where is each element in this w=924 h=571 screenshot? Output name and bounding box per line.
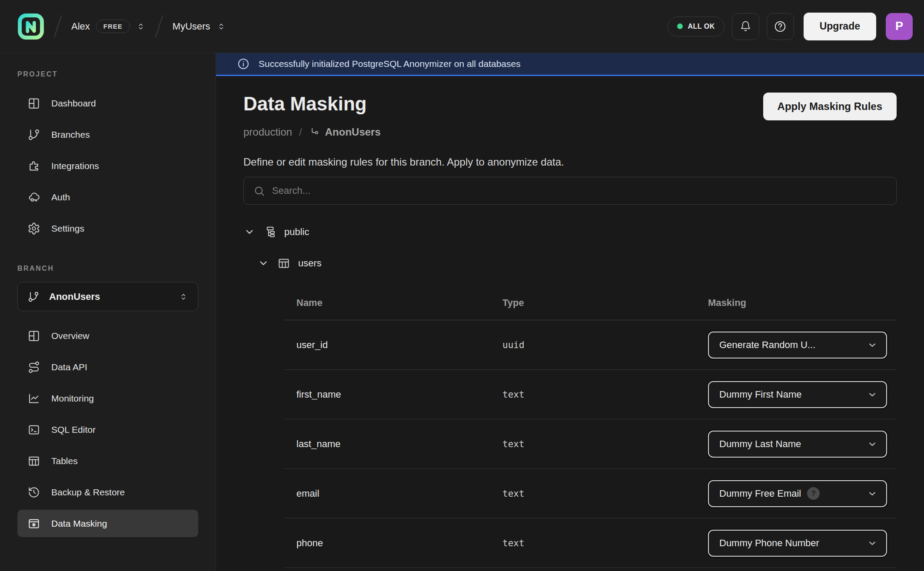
schema-tree: public users Name Type [243,222,897,568]
breadcrumb-parent[interactable]: production [243,126,292,139]
masking-rule-value: Generate Random U... [719,339,815,351]
sidebar-item-integrations[interactable]: Integrations [17,152,198,179]
sidebar-item-data-masking[interactable]: Data Masking [17,510,198,537]
sidebar-item-overview[interactable]: Overview [17,322,198,349]
chevron-down-icon [867,340,877,350]
org-name: Alex [71,21,90,32]
breadcrumb-current[interactable]: AnonUsers [309,126,381,139]
status-dot [677,23,683,29]
terminal-icon [27,423,40,436]
child-branch-icon [309,126,321,138]
upgrade-button[interactable]: Upgrade [804,13,876,40]
masking-rule-select[interactable]: Dummy Phone Number [708,530,887,557]
table-row: last_nametextDummy Last Name [284,419,897,469]
dashboard-icon [27,97,40,110]
table-icon [277,257,290,270]
project-switcher[interactable]: MyUsers [173,21,226,32]
column-name-value: user_id [284,339,502,351]
org-switcher[interactable]: Alex FREE [71,20,146,33]
chevron-up-down-icon[interactable] [136,22,146,31]
chevron-down-icon [867,538,877,548]
table-row: first_nametextDummy First Name [284,370,897,419]
main-panel: Successfully initialized PostgreSQL Anon… [216,53,924,571]
sidebar-item-label: Tables [51,456,78,466]
branch-selector-value: AnonUsers [49,291,100,302]
puzzle-icon [27,159,40,173]
column-type-value: text [502,439,708,449]
sidebar-item-dashboard[interactable]: Dashboard [17,90,198,117]
data-masking-icon [27,517,40,530]
gear-icon [27,222,40,235]
success-banner: Successfully initialized PostgreSQL Anon… [216,53,924,76]
sidebar: PROJECT Dashboard Branches [0,53,216,571]
notifications-button[interactable] [732,13,759,40]
column-name-value: email [284,488,502,499]
breadcrumb-separator: / [299,126,302,139]
section-label-project: PROJECT [17,70,198,78]
route-icon [27,361,40,374]
system-status-pill[interactable]: ALL OK [668,17,724,37]
help-button[interactable] [767,13,794,40]
column-name-value: first_name [284,389,502,400]
table-icon [27,455,40,468]
tree-node-schema[interactable]: public [243,222,897,242]
column-type-value: text [502,389,708,400]
masking-rule-value: Dummy Free Email [719,488,801,499]
sidebar-item-label: Data Masking [51,518,107,529]
neon-logo-icon[interactable] [17,13,44,40]
project-nav: Dashboard Branches Integrations [17,90,198,242]
search-input[interactable] [272,185,887,196]
masking-table-header: Name Type Masking [284,286,897,320]
sidebar-item-label: Auth [51,192,70,203]
masking-rule-value: Dummy Phone Number [719,538,819,549]
history-icon [27,486,40,499]
project-name: MyUsers [173,21,210,32]
sidebar-item-label: Data API [51,362,87,372]
page-description: Define or edit masking rules for this br… [243,156,897,168]
tree-node-table[interactable]: users [257,253,897,273]
sidebar-item-label: Settings [51,223,84,234]
git-branch-icon [27,291,40,303]
masking-rule-value: Dummy First Name [719,389,801,400]
masking-rule-select[interactable]: Dummy Last Name [708,431,887,458]
sidebar-item-label: Branches [51,129,90,140]
sidebar-item-sql-editor[interactable]: SQL Editor [17,416,198,443]
schema-name: public [284,226,309,238]
breadcrumb-current-label: AnonUsers [325,126,381,139]
column-header-name: Name [284,297,502,309]
chevron-down-icon[interactable] [243,226,256,238]
sidebar-item-backup-restore[interactable]: Backup & Restore [17,478,198,506]
chevron-down-icon[interactable] [257,257,269,269]
status-label: ALL OK [688,23,715,30]
cloud-key-icon [27,191,40,204]
user-avatar[interactable]: P [886,13,913,40]
column-header-masking: Masking [708,297,897,309]
sidebar-item-tables[interactable]: Tables [17,447,198,475]
branch-selector[interactable]: AnonUsers [17,282,198,311]
banner-text: Successfully initialized PostgreSQL Anon… [259,59,521,69]
sidebar-item-auth[interactable]: Auth [17,183,198,211]
search-box [243,177,897,205]
sidebar-item-monitoring[interactable]: Monitoring [17,385,198,412]
separator-slash [155,15,163,38]
masking-rule-select[interactable]: Generate Random U... [708,332,887,359]
sidebar-item-branches[interactable]: Branches [17,121,198,148]
chevron-up-down-icon[interactable] [216,22,226,31]
masking-rule-select[interactable]: Dummy First Name [708,381,887,408]
masking-rule-select[interactable]: Dummy Free Email? [708,480,887,507]
overview-icon [27,329,40,342]
table-row: emailtextDummy Free Email? [284,469,897,518]
sidebar-item-settings[interactable]: Settings [17,215,198,242]
sidebar-item-label: Dashboard [51,98,96,109]
section-label-branch: BRANCH [17,265,198,272]
sidebar-item-data-api[interactable]: Data API [17,353,198,381]
help-badge[interactable]: ? [807,487,820,500]
chevron-down-icon [867,439,877,449]
apply-masking-rules-button[interactable]: Apply Masking Rules [763,93,897,120]
page-title: Data Masking [243,92,381,116]
table-name: users [298,258,322,269]
plan-badge: FREE [96,20,130,33]
column-name-value: phone [284,538,502,549]
separator-slash [54,15,62,38]
top-bar: Alex FREE MyUsers ALL OK [0,0,924,53]
